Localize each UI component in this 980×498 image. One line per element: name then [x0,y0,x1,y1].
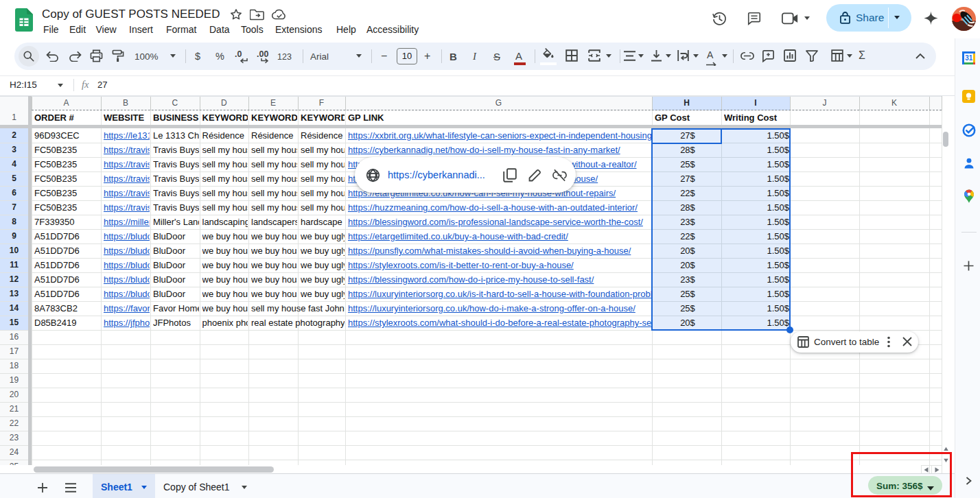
svg-text:31: 31 [965,54,973,62]
